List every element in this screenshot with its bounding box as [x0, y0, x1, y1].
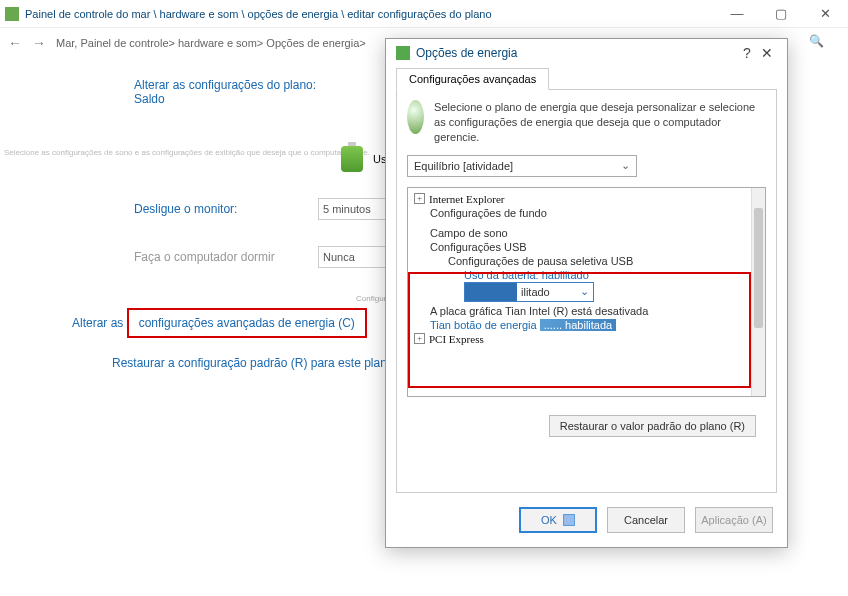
tree-ie[interactable]: Internet Explorer — [429, 193, 504, 205]
advanced-link-pre[interactable]: Alterar as — [72, 316, 127, 330]
tree-usb-selective[interactable]: Configurações de pausa seletiva USB — [448, 255, 633, 267]
window-title: Painel de controle do mar \ hardware e s… — [25, 8, 725, 20]
plan-title: Alterar as configurações do plano: Saldo — [134, 78, 344, 106]
expand-ie[interactable]: + — [414, 193, 425, 204]
scrollbar-thumb[interactable] — [754, 208, 763, 328]
expand-pci[interactable]: + — [414, 333, 425, 344]
plan-description: Selecione as configurações de sono e as … — [4, 148, 370, 157]
settings-tree[interactable]: + Internet Explorer Configurações de fun… — [407, 187, 766, 397]
tab-advanced[interactable]: Configurações avançadas — [396, 68, 549, 90]
tian-btn-pre: Tian botão de energia — [430, 319, 540, 331]
save-icon — [563, 514, 575, 526]
tree-pci[interactable]: PCI Express — [429, 333, 484, 345]
tian-btn-smear: ...... habilitada — [540, 319, 617, 331]
monitor-off-label: Desligue o monitor: — [134, 202, 304, 216]
dialog-icon — [396, 46, 410, 60]
usb-value-dropdown[interactable]: ilitado ⌄ — [464, 282, 594, 302]
tree-sono[interactable]: Campo de sono — [430, 227, 508, 239]
advanced-settings-link[interactable]: configurações avançadas de energia (C) — [127, 308, 367, 338]
usb-value-text: ilitado — [517, 286, 554, 298]
ok-button[interactable]: OK — [519, 507, 597, 533]
search-icon[interactable]: 🔍 — [809, 34, 824, 48]
apply-button: Aplicação (A) — [695, 507, 773, 533]
power-options-dialog: Opções de energia ? ✕ Configurações avan… — [385, 38, 788, 548]
monitor-off-value: 5 minutos — [323, 203, 371, 215]
maximize-button[interactable]: ▢ — [769, 6, 793, 21]
tree-uso-bateria[interactable]: Uso da bateria: habilitado — [464, 269, 589, 281]
tree-fundo[interactable]: Configurações de fundo — [430, 207, 547, 219]
help-button[interactable]: ? — [737, 45, 757, 61]
power-plan-icon — [407, 100, 424, 134]
tree-scrollbar[interactable] — [751, 188, 765, 396]
plan-dropdown[interactable]: Equilíbrio [atividade] ⌄ — [407, 155, 637, 177]
dropdown-selection-bg — [465, 283, 517, 301]
back-button[interactable]: ← — [8, 35, 22, 51]
forward-button[interactable]: → — [32, 35, 46, 51]
window-icon — [5, 7, 19, 21]
minimize-button[interactable]: — — [725, 6, 749, 21]
svg-rect-0 — [5, 7, 19, 21]
chevron-down-icon: ⌄ — [576, 285, 593, 298]
sleep-label: Faça o computador dormir — [134, 250, 304, 264]
sleep-value: Nunca — [323, 251, 355, 263]
close-button[interactable]: ✕ — [813, 6, 837, 21]
ok-label: OK — [541, 514, 557, 526]
tree-graphics[interactable]: A placa gráfica Tian Intel (R) está desa… — [430, 305, 648, 317]
battery-icon — [341, 146, 363, 172]
dialog-close-button[interactable]: ✕ — [757, 45, 777, 61]
restore-plan-defaults-button[interactable]: Restaurar o valor padrão do plano (R) — [549, 415, 756, 437]
chevron-down-icon: ⌄ — [621, 159, 630, 172]
dialog-title: Opções de energia — [416, 46, 517, 60]
cancel-button[interactable]: Cancelar — [607, 507, 685, 533]
breadcrumb-text: Mar, Painel de controle> hardware e som>… — [56, 37, 366, 49]
tree-usb-group[interactable]: Configurações USB — [430, 241, 527, 253]
tree-tian-btn[interactable]: Tian botão de energia ...... habilitada — [430, 319, 616, 331]
plan-dropdown-value: Equilíbrio [atividade] — [414, 160, 513, 172]
dialog-info-text: Selecione o plano de energia que deseja … — [434, 100, 766, 145]
